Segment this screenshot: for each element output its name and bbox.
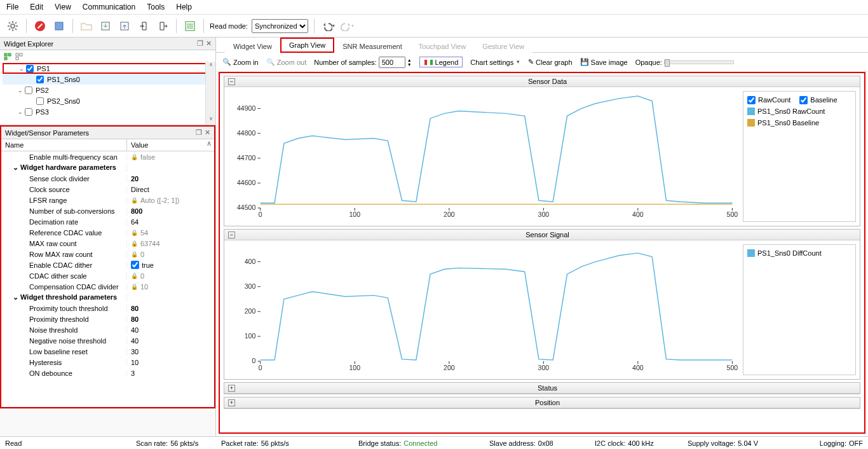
opaque-slider[interactable] (664, 60, 734, 64)
clear-graph-button[interactable]: ✎Clear graph (528, 58, 572, 66)
scroll-up-icon[interactable]: ∧ (204, 139, 214, 151)
zoom-in-button[interactable]: 🔍Zoom in (222, 58, 259, 66)
redo-icon[interactable]: ▾ (339, 18, 355, 34)
bridge-label: Bridge status: (358, 439, 401, 447)
undo-icon[interactable]: ▾ (320, 18, 336, 34)
legend-item[interactable]: PS1_Sns0 Baseline (747, 117, 851, 128)
svg-text:44800: 44800 (237, 130, 256, 137)
list-icon[interactable] (182, 18, 198, 34)
param-row[interactable]: MAX raw count🔒63744 (1, 238, 214, 249)
tree-item[interactable]: ⌄PS2 (3, 85, 213, 95)
plot-sensor-data[interactable]: 4450044600447004480044900010020030040050… (228, 91, 739, 222)
tree-collapse-icon[interactable] (15, 53, 23, 60)
tree-expand-icon[interactable] (4, 53, 11, 60)
svg-rect-23 (16, 57, 18, 60)
svg-text:0: 0 (259, 211, 262, 218)
tab-widget-view[interactable]: Widget View (225, 39, 280, 53)
param-row[interactable]: LFSR range🔒Auto ([-2; 1]) (1, 195, 214, 205)
tree-item[interactable]: ⌄PS1 (3, 63, 213, 74)
param-row[interactable]: Number of sub-conversions800 (1, 205, 214, 216)
param-row[interactable]: Clock sourceDirect (1, 184, 214, 195)
tree-checkbox[interactable] (25, 108, 32, 116)
collapse-icon[interactable]: − (228, 231, 235, 238)
restore-icon[interactable]: ❐ (197, 39, 203, 48)
menu-view[interactable]: View (55, 3, 71, 11)
params-col-value: Value (127, 139, 204, 151)
zoom-out-button[interactable]: 🔍Zoom out (266, 58, 306, 66)
gear-icon[interactable] (5, 18, 20, 34)
param-row[interactable]: ⌄ Widget hardware parameters (1, 162, 214, 173)
menu-communication[interactable]: Communication (83, 3, 135, 11)
tab-snr-measurement[interactable]: SNR Measurement (334, 39, 410, 53)
param-row[interactable]: Compensation CDAC divider🔒10 (1, 281, 214, 292)
plot-sensor-signal[interactable]: 01002003004000100200300400500 (228, 244, 739, 375)
svg-text:200: 200 (245, 308, 256, 315)
chart-sensor-data: −Sensor Data 445004460044700448004490001… (224, 76, 860, 226)
menu-edit[interactable]: Edit (30, 3, 43, 11)
param-row[interactable]: CDAC dither scale🔒0 (1, 270, 214, 281)
upload-icon[interactable] (117, 18, 132, 34)
legend-button[interactable]: ▮▮Legend (419, 57, 463, 67)
tree-item[interactable]: PS2_Sns0 (3, 95, 213, 106)
tree-checkbox[interactable] (25, 86, 32, 94)
slave-label: Slave address: (489, 439, 536, 447)
export-icon[interactable] (155, 18, 170, 34)
save-image-button[interactable]: 💾Save image (580, 58, 628, 66)
widget-explorer: Widget Explorer ❐✕ ⌄PS1PS1_Sns0⌄PS2PS2_S… (0, 38, 215, 125)
svg-rect-19 (8, 53, 11, 56)
param-row[interactable]: Reference CDAC value🔒54 (1, 227, 214, 238)
svg-line-8 (15, 22, 17, 24)
param-row[interactable]: Sense clock divider20 (1, 173, 214, 184)
menu-file[interactable]: File (6, 3, 18, 11)
collapse-icon[interactable]: − (228, 78, 235, 85)
param-row[interactable]: ON debounce3 (1, 368, 214, 378)
svg-text:400: 400 (245, 258, 256, 265)
legend-item[interactable]: PS1_Sns0 DiffCount (747, 247, 851, 259)
param-row[interactable]: Negative noise threshold40 (1, 335, 214, 346)
read-mode-select[interactable]: Synchronized (252, 19, 308, 33)
right-panel: Widget ViewGraph ViewSNR MeasurementTouc… (216, 38, 868, 436)
param-row[interactable]: Proximity touch threshold80 (1, 303, 214, 314)
close-icon[interactable]: ✕ (206, 39, 212, 48)
scrollbar[interactable]: ∧∨ (205, 62, 215, 125)
param-row[interactable]: Noise threshold40 (1, 324, 214, 335)
tab-graph-view[interactable]: Graph View (280, 38, 334, 53)
svg-rect-20 (4, 57, 7, 60)
chart-settings-button[interactable]: Chart settings ▼ (470, 59, 520, 66)
samples-down-icon[interactable]: ▼ (407, 62, 412, 67)
i2c-label: I2C clock: (595, 439, 625, 447)
svg-text:400: 400 (632, 211, 644, 218)
tree-checkbox[interactable] (26, 65, 34, 73)
stop-icon[interactable] (32, 18, 48, 34)
param-row[interactable]: ⌄ Widget threshold parameters (1, 292, 214, 303)
tree-item[interactable]: PS1_Sns0 (3, 74, 213, 85)
blank-icon[interactable] (51, 18, 67, 34)
menu-tools[interactable]: Tools (147, 3, 165, 11)
scan-rate-label: Scan rate: (136, 439, 168, 447)
expand-icon[interactable]: + (228, 385, 235, 392)
charts-area: −Sensor Data 445004460044700448004490001… (219, 72, 865, 434)
open-icon[interactable] (79, 18, 94, 34)
legend-item[interactable]: PS1_Sns0 RawCount (747, 106, 851, 117)
param-row[interactable]: Low baseline reset30 (1, 346, 214, 357)
param-row[interactable]: Hysteresis10 (1, 357, 214, 368)
chart-title: Sensor Data (239, 78, 856, 85)
restore-icon[interactable]: ❐ (196, 128, 202, 137)
param-row[interactable]: Proximity threshold80 (1, 314, 214, 324)
download-icon[interactable] (98, 18, 113, 34)
samples-up-icon[interactable]: ▲ (407, 58, 412, 62)
param-row[interactable]: Row MAX raw count🔒0 (1, 249, 214, 259)
import-icon[interactable] (136, 18, 151, 34)
samples-input[interactable] (379, 57, 405, 68)
menu-help[interactable]: Help (176, 3, 192, 11)
close-icon[interactable]: ✕ (205, 128, 210, 137)
param-row[interactable]: Decimation rate64 (1, 216, 214, 227)
tree-item[interactable]: ⌄PS3 (3, 106, 213, 117)
tree-checkbox[interactable] (36, 76, 44, 83)
param-row[interactable]: Enable multi-frequency scan🔒false (1, 151, 214, 162)
expand-icon[interactable]: + (228, 399, 235, 406)
chart-sensor-signal: −Sensor Signal 0100200300400010020030040… (224, 229, 860, 380)
tree-checkbox[interactable] (36, 97, 44, 105)
param-row[interactable]: Enable CDAC dithertrue (1, 259, 214, 270)
params-col-name: Name (1, 139, 127, 151)
